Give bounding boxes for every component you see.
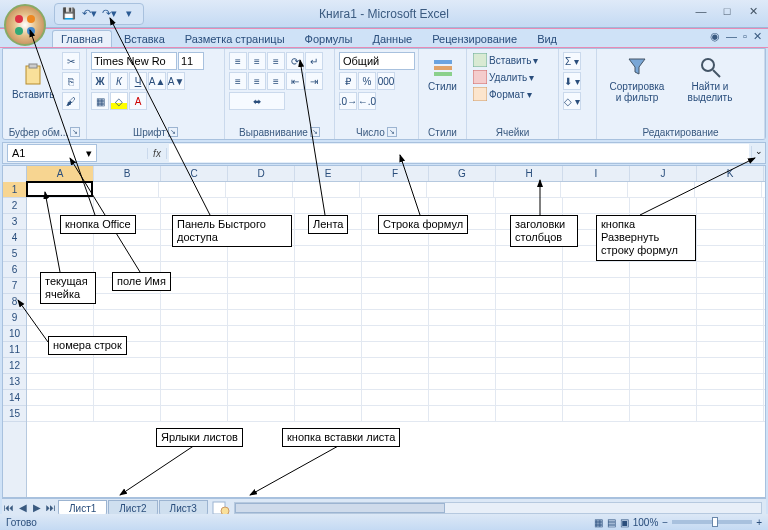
- restore-workbook-button[interactable]: ▫: [743, 30, 747, 43]
- first-sheet-button[interactable]: ⏮: [2, 502, 16, 513]
- tab-page-layout[interactable]: Разметка страницы: [177, 31, 293, 47]
- autosum-button[interactable]: Σ ▾: [563, 52, 581, 70]
- minimize-ribbon-button[interactable]: —: [726, 30, 737, 43]
- select-all-button[interactable]: [3, 166, 27, 182]
- row-header[interactable]: 15: [3, 406, 26, 422]
- italic-button[interactable]: К: [110, 72, 128, 90]
- font-name-combo[interactable]: [91, 52, 177, 70]
- zoom-level[interactable]: 100%: [633, 517, 659, 528]
- number-launcher[interactable]: ↘: [387, 127, 397, 137]
- underline-button[interactable]: Ч: [129, 72, 147, 90]
- percent-button[interactable]: %: [358, 72, 376, 90]
- styles-button[interactable]: Стили: [423, 52, 462, 95]
- undo-icon[interactable]: ↶▾: [81, 6, 97, 22]
- minimize-button[interactable]: —: [692, 4, 710, 18]
- format-painter-button[interactable]: 🖌: [62, 92, 80, 110]
- align-left-button[interactable]: ≡: [229, 72, 247, 90]
- row-header[interactable]: 2: [3, 198, 26, 214]
- increase-decimal-button[interactable]: .0→: [339, 92, 357, 110]
- next-sheet-button[interactable]: ▶: [30, 502, 44, 513]
- col-header[interactable]: D: [228, 166, 295, 181]
- last-sheet-button[interactable]: ⏭: [44, 502, 58, 513]
- comma-button[interactable]: 000: [377, 72, 395, 90]
- zoom-out-button[interactable]: −: [662, 517, 668, 528]
- bold-button[interactable]: Ж: [91, 72, 109, 90]
- clipboard-launcher[interactable]: ↘: [70, 127, 80, 137]
- increase-indent-button[interactable]: ⇥: [305, 72, 323, 90]
- cells-insert-button[interactable]: Вставить ▾: [471, 52, 554, 68]
- tab-home[interactable]: Главная: [52, 30, 112, 47]
- cut-button[interactable]: ✂: [62, 52, 80, 70]
- number-format-combo[interactable]: [339, 52, 415, 70]
- row-header[interactable]: 3: [3, 214, 26, 230]
- row-header[interactable]: 5: [3, 246, 26, 262]
- paste-button[interactable]: Вставить: [7, 60, 59, 103]
- help-icon[interactable]: ◉: [710, 30, 720, 43]
- col-header[interactable]: B: [94, 166, 161, 181]
- fx-button[interactable]: fx: [147, 148, 167, 159]
- orientation-button[interactable]: ⟳: [286, 52, 304, 70]
- tab-review[interactable]: Рецензирование: [424, 31, 525, 47]
- row-header[interactable]: 8: [3, 294, 26, 310]
- row-header[interactable]: 13: [3, 374, 26, 390]
- view-normal-button[interactable]: ▦: [594, 517, 603, 528]
- align-bottom-button[interactable]: ≡: [267, 52, 285, 70]
- tab-data[interactable]: Данные: [364, 31, 420, 47]
- fill-color-button[interactable]: ◇: [110, 92, 128, 110]
- copy-button[interactable]: ⎘: [62, 72, 80, 90]
- row-header[interactable]: 7: [3, 278, 26, 294]
- col-header[interactable]: J: [630, 166, 697, 181]
- tab-view[interactable]: Вид: [529, 31, 565, 47]
- view-page-layout-button[interactable]: ▤: [607, 517, 616, 528]
- font-size-combo[interactable]: [178, 52, 204, 70]
- decrease-decimal-button[interactable]: ←.0: [358, 92, 376, 110]
- close-workbook-button[interactable]: ✕: [753, 30, 762, 43]
- col-header[interactable]: F: [362, 166, 429, 181]
- alignment-launcher[interactable]: ↘: [310, 127, 320, 137]
- col-header[interactable]: K: [697, 166, 764, 181]
- currency-button[interactable]: ₽: [339, 72, 357, 90]
- maximize-button[interactable]: □: [718, 4, 736, 18]
- expand-formula-bar-button[interactable]: ⌄: [751, 146, 765, 160]
- formula-input[interactable]: [169, 144, 749, 162]
- row-header[interactable]: 14: [3, 390, 26, 406]
- align-center-button[interactable]: ≡: [248, 72, 266, 90]
- decrease-indent-button[interactable]: ⇤: [286, 72, 304, 90]
- row-header[interactable]: 4: [3, 230, 26, 246]
- col-header[interactable]: A: [27, 166, 94, 181]
- zoom-in-button[interactable]: +: [756, 517, 762, 528]
- zoom-slider[interactable]: [672, 520, 752, 524]
- col-header[interactable]: I: [563, 166, 630, 181]
- grow-font-button[interactable]: A▲: [148, 72, 166, 90]
- cells-format-button[interactable]: Формат ▾: [471, 86, 554, 102]
- close-button[interactable]: ✕: [744, 4, 762, 18]
- wrap-text-button[interactable]: ↵: [305, 52, 323, 70]
- clear-button[interactable]: ◇ ▾: [563, 92, 581, 110]
- name-box[interactable]: A1▾: [7, 144, 97, 162]
- row-header[interactable]: 11: [3, 342, 26, 358]
- prev-sheet-button[interactable]: ◀: [16, 502, 30, 513]
- align-top-button[interactable]: ≡: [229, 52, 247, 70]
- tab-insert[interactable]: Вставка: [116, 31, 173, 47]
- merge-center-button[interactable]: ⬌: [229, 92, 285, 110]
- col-header[interactable]: C: [161, 166, 228, 181]
- qat-customize-icon[interactable]: ▾: [121, 6, 137, 22]
- row-header[interactable]: 6: [3, 262, 26, 278]
- row-header[interactable]: 10: [3, 326, 26, 342]
- align-middle-button[interactable]: ≡: [248, 52, 266, 70]
- insert-sheet-button[interactable]: [212, 501, 230, 515]
- horizontal-scrollbar[interactable]: [234, 502, 762, 514]
- shrink-font-button[interactable]: A▼: [167, 72, 185, 90]
- align-right-button[interactable]: ≡: [267, 72, 285, 90]
- col-header[interactable]: E: [295, 166, 362, 181]
- save-icon[interactable]: 💾: [61, 6, 77, 22]
- cells-area[interactable]: [27, 182, 765, 497]
- view-page-break-button[interactable]: ▣: [620, 517, 629, 528]
- active-cell[interactable]: [26, 181, 93, 197]
- row-header[interactable]: 9: [3, 310, 26, 326]
- sort-filter-button[interactable]: Сортировка и фильтр: [601, 52, 673, 106]
- cells-delete-button[interactable]: Удалить ▾: [471, 69, 554, 85]
- font-launcher[interactable]: ↘: [168, 127, 178, 137]
- col-header[interactable]: H: [496, 166, 563, 181]
- tab-formulas[interactable]: Формулы: [297, 31, 361, 47]
